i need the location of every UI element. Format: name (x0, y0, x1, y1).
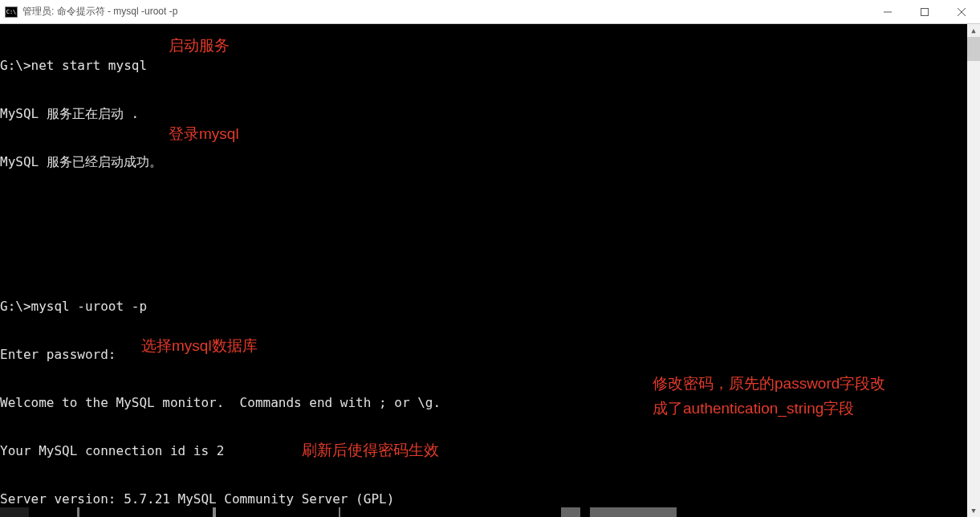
terminal-line: G:\>mysql -uroot -p (0, 299, 967, 315)
window-titlebar: 管理员: 命令提示符 - mysql -uroot -p (0, 0, 980, 24)
terminal-line: Welcome to the MySQL monitor. Commands e… (0, 395, 967, 411)
scrollbar-up-button[interactable]: ▲ (967, 24, 980, 37)
terminal-content[interactable]: G:\>net start mysql MySQL 服务正在启动 . MySQL… (0, 24, 967, 517)
terminal-line: MySQL 服务正在启动 . (0, 106, 967, 122)
bottom-overlay-bar (0, 507, 967, 517)
window-controls (869, 0, 980, 23)
vertical-scrollbar[interactable]: ▲ ▼ (967, 24, 980, 517)
svg-rect-1 (921, 8, 929, 15)
terminal-line (0, 250, 967, 267)
terminal-line: Server version: 5.7.21 MySQL Community S… (0, 491, 967, 507)
terminal-line: MySQL 服务已经启动成功。 (0, 154, 967, 170)
terminal-line: Your MySQL connection id is 2 (0, 443, 967, 459)
window-title: 管理员: 命令提示符 - mysql -uroot -p (22, 5, 177, 18)
maximize-button[interactable] (906, 0, 943, 23)
close-button[interactable] (943, 0, 980, 23)
cmd-icon (5, 6, 18, 18)
scrollbar-thumb[interactable] (967, 37, 980, 61)
minimize-button[interactable] (869, 0, 906, 23)
terminal-line: Enter password: (0, 347, 967, 363)
terminal-area[interactable]: G:\>net start mysql MySQL 服务正在启动 . MySQL… (0, 24, 980, 517)
terminal-line (0, 202, 967, 218)
titlebar-left: 管理员: 命令提示符 - mysql -uroot -p (5, 5, 177, 18)
scrollbar-down-button[interactable]: ▼ (967, 504, 980, 517)
terminal-line: G:\>net start mysql (0, 58, 967, 74)
